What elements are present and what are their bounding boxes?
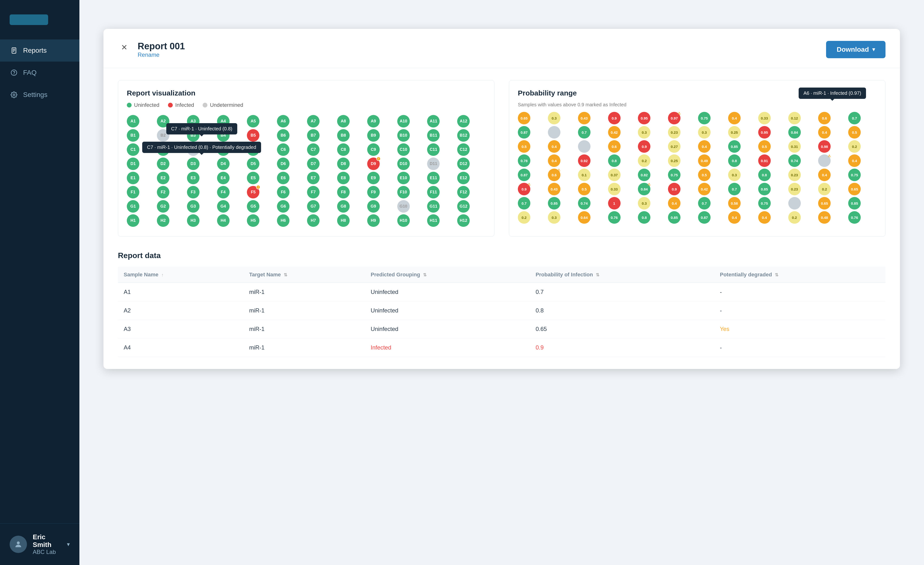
prob-cell-F6[interactable]: 0.9 [668, 183, 681, 195]
prob-cell-H11[interactable]: 0.48 [818, 211, 831, 224]
prob-cell-B12[interactable]: 0.5 [848, 126, 861, 139]
well-a5[interactable]: A5 [247, 115, 260, 127]
well-a11[interactable]: A11 [427, 115, 440, 127]
well-d9[interactable]: D9! [367, 157, 380, 170]
prob-cell-A6[interactable]: 0.97⚠ [668, 112, 681, 124]
well-g9[interactable]: G9 [367, 200, 380, 213]
well-a7[interactable]: A7 [307, 115, 320, 127]
prob-cell-F1[interactable]: 0.9⚠ [518, 183, 530, 195]
prob-cell-F10[interactable]: 0.23 [788, 183, 801, 195]
well-c6[interactable]: C6 [277, 143, 290, 156]
well-b1[interactable]: B1 [127, 129, 140, 142]
well-d5[interactable]: D5 [247, 157, 260, 170]
prob-cell-C6[interactable]: 0.27 [668, 140, 681, 153]
well-b2[interactable]: B2 [157, 129, 170, 142]
well-d6[interactable]: D6 [277, 157, 290, 170]
prob-cell-A10[interactable]: 0.12 [788, 112, 801, 124]
well-d4[interactable]: D4 [217, 157, 230, 170]
prob-cell-G5[interactable]: 0.3 [638, 197, 650, 210]
prob-cell-C11[interactable]: 0.98 [818, 140, 831, 153]
well-a1[interactable]: A1 [127, 115, 140, 127]
well-f8[interactable]: F8 [337, 186, 350, 198]
prob-cell-H7[interactable]: 0.87 [698, 211, 711, 224]
well-e9[interactable]: E9 [367, 172, 380, 184]
well-a4[interactable]: A4 [217, 115, 230, 127]
close-button[interactable]: ✕ [118, 41, 130, 54]
prob-cell-C5[interactable]: 0.9 [638, 140, 650, 153]
prob-cell-G9[interactable]: 0.75 [758, 197, 771, 210]
well-h8[interactable]: H8 [337, 214, 350, 227]
prob-cell-D1[interactable]: 0.78 [518, 154, 530, 167]
prob-cell-G10[interactable] [788, 197, 801, 210]
well-b3[interactable]: B3 [187, 129, 200, 142]
well-c12[interactable]: C12 [457, 143, 470, 156]
prob-cell-G8[interactable]: 0.58 [728, 197, 741, 210]
well-f4[interactable]: F4 [217, 186, 230, 198]
well-g7[interactable]: G7 [307, 200, 320, 213]
prob-cell-G6[interactable]: 0.4 [668, 197, 681, 210]
prob-cell-B4[interactable]: 0.42 [608, 126, 621, 139]
prob-cell-D5[interactable]: 0.2 [638, 154, 650, 167]
prob-cell-C10[interactable]: 0.31 [788, 140, 801, 153]
well-c3[interactable]: C3 [187, 143, 200, 156]
prob-cell-G2[interactable]: 0.85 [548, 197, 560, 210]
prob-cell-F3[interactable]: 0.5 [578, 183, 591, 195]
prob-cell-B11[interactable]: 0.4 [818, 126, 831, 139]
prob-cell-B8[interactable]: 0.25 [728, 126, 741, 139]
prob-cell-C7[interactable]: 0.4 [698, 140, 711, 153]
prob-cell-A11[interactable]: 0.6 [818, 112, 831, 124]
well-g5[interactable]: G5 [247, 200, 260, 213]
prob-cell-D9[interactable]: 0.91 [758, 154, 771, 167]
well-e10[interactable]: E10 [397, 172, 410, 184]
prob-cell-E4[interactable]: 0.37 [608, 169, 621, 181]
well-e4[interactable]: E4 [217, 172, 230, 184]
well-d12[interactable]: D12 [457, 157, 470, 170]
well-f3[interactable]: F3 [187, 186, 200, 198]
well-g2[interactable]: G2 [157, 200, 170, 213]
well-c2[interactable]: C2 [157, 143, 170, 156]
well-d1[interactable]: D1 [127, 157, 140, 170]
well-f5[interactable]: F5! [247, 186, 260, 198]
prob-cell-E3[interactable]: 0.1 [578, 169, 591, 181]
well-d11[interactable]: D11 [427, 157, 440, 170]
well-f1[interactable]: F1 [127, 186, 140, 198]
col-target-name[interactable]: Target Name ⇅ [243, 267, 365, 283]
well-c7[interactable]: C7 [307, 143, 320, 156]
well-d2[interactable]: D2 [157, 157, 170, 170]
prob-cell-A3[interactable]: 0.43 [578, 112, 591, 124]
prob-cell-B3[interactable]: 0.7 [578, 126, 591, 139]
prob-cell-A4[interactable]: 0.9 [608, 112, 621, 124]
prob-cell-D2[interactable]: 0.4 [548, 154, 560, 167]
well-g8[interactable]: G8 [337, 200, 350, 213]
prob-cell-H6[interactable]: 0.85 [668, 211, 681, 224]
prob-cell-H12[interactable]: 0.76 [848, 211, 861, 224]
well-g12[interactable]: G12 [457, 200, 470, 213]
well-f9[interactable]: F9 [367, 186, 380, 198]
prob-cell-C4[interactable]: 0.6 [608, 140, 621, 153]
well-d10[interactable]: D10 [397, 157, 410, 170]
well-c4[interactable]: C4 [217, 143, 230, 156]
prob-cell-B2[interactable] [548, 126, 560, 139]
prob-cell-D11[interactable]: ⚠ [818, 154, 831, 167]
well-a8[interactable]: A8 [337, 115, 350, 127]
well-c9[interactable]: C9 [367, 143, 380, 156]
well-f12[interactable]: F12 [457, 186, 470, 198]
well-b8[interactable]: B8 [337, 129, 350, 142]
well-b9[interactable]: B9 [367, 129, 380, 142]
well-g6[interactable]: G6 [277, 200, 290, 213]
sidebar-item-reports[interactable]: Reports [0, 39, 80, 61]
well-c10[interactable]: C10 [397, 143, 410, 156]
prob-cell-H3[interactable]: 0.64 [578, 211, 591, 224]
download-button[interactable]: Download ▾ [826, 41, 885, 58]
prob-cell-H1[interactable]: 0.2 [518, 211, 530, 224]
prob-cell-G4[interactable]: 1 [608, 197, 621, 210]
prob-cell-C9[interactable]: 0.5 [758, 140, 771, 153]
well-f2[interactable]: F2 [157, 186, 170, 198]
well-g1[interactable]: G1 [127, 200, 140, 213]
well-c8[interactable]: C8 [337, 143, 350, 156]
prob-cell-E7[interactable]: 0.5 [698, 169, 711, 181]
well-a2[interactable]: A2 [157, 115, 170, 127]
sidebar-item-settings[interactable]: Settings [0, 84, 80, 106]
prob-cell-B9[interactable]: 0.95 [758, 126, 771, 139]
prob-cell-B5[interactable]: 0.3 [638, 126, 650, 139]
